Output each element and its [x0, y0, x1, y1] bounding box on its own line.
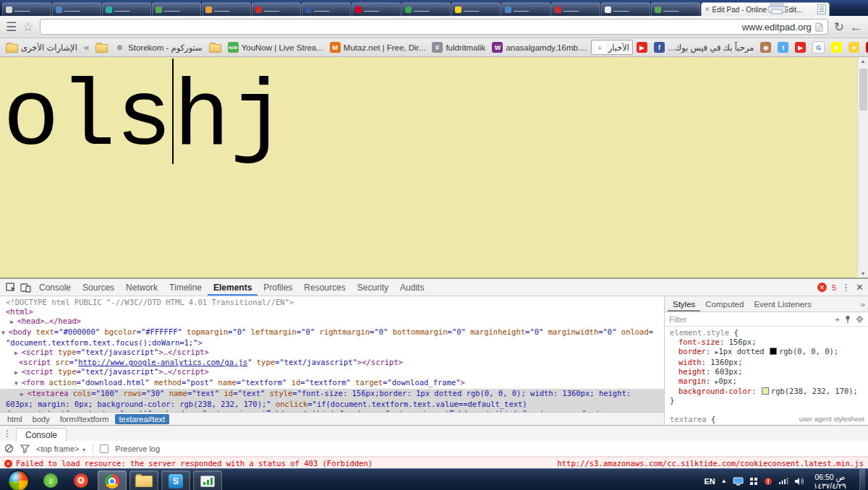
devtools-tab-elements[interactable]: Elements	[208, 280, 258, 296]
style-rule-line[interactable]	[668, 405, 864, 415]
dom-tree-row[interactable]: "document.textform.text.focus();doWarn=1…	[0, 338, 664, 348]
browser-tab[interactable]: ـــــــــ	[501, 2, 550, 16]
scroll-down-icon[interactable]: ▼	[861, 271, 866, 276]
bookmark-snapchat[interactable]: ●	[828, 40, 845, 54]
volume-tray-icon[interactable]	[794, 477, 804, 486]
styles-tab-styles[interactable]: Styles	[668, 298, 700, 311]
styles-tab-event-listeners[interactable]: Event Listeners	[749, 298, 816, 310]
bookmark-google[interactable]: G	[809, 40, 827, 55]
language-indicator[interactable]: EN	[704, 477, 715, 486]
reload-icon[interactable]: ↻	[834, 21, 844, 33]
bookmark-folder[interactable]	[206, 40, 224, 54]
dom-tree-row[interactable]: ▼ <form action="download.html" method="p…	[0, 378, 664, 389]
filter-icon[interactable]	[20, 444, 30, 453]
browser-tab[interactable]: ـــــــــ	[52, 2, 101, 16]
bookmarks-overflow[interactable]: «	[81, 42, 92, 53]
taskbar-app-idm[interactable]: ↓	[37, 470, 64, 490]
clear-console-icon[interactable]	[4, 444, 14, 453]
new-style-rule-icon[interactable]: +	[835, 315, 840, 324]
bookmark-storekom[interactable]: ⚙Storekom - ستوركوم	[111, 40, 205, 54]
breadcrumb-item[interactable]: html	[3, 414, 27, 424]
scrollbar-thumb[interactable]	[859, 69, 867, 111]
error-count[interactable]: 5	[832, 283, 836, 292]
bookmark-youtube[interactable]: ▶	[634, 40, 650, 54]
breadcrumb-item[interactable]: textarea#text	[115, 414, 170, 424]
devtools-tab-audits[interactable]: Audits	[394, 280, 430, 294]
display-tray-icon[interactable]	[733, 477, 744, 486]
device-toolbar-icon[interactable]	[19, 282, 32, 293]
bookmark-mutaz[interactable]: MMutaz.net | Free, Dir...	[327, 40, 429, 54]
bookmark-fuldritmalik[interactable]: Ffuldritmalik	[429, 40, 488, 54]
error-source-link[interactable]: http://s3.amazonaws.com/cc.silktide.com/…	[557, 459, 864, 468]
style-rule-line[interactable]: border: ▶1px dotted rgb(0, 0, 0);	[668, 347, 864, 358]
taskbar-app-media[interactable]	[193, 470, 222, 490]
devtools-menu-icon[interactable]: ⋮	[841, 282, 851, 293]
page-info-icon[interactable]	[815, 22, 823, 32]
devtools-close-icon[interactable]: ✕	[856, 282, 864, 293]
network-tray-icon[interactable]	[778, 477, 788, 485]
browser-tab[interactable]: ـــــــــ	[202, 2, 251, 16]
style-rule-line[interactable]: width: 1360px;	[668, 358, 864, 367]
dom-tree-row[interactable]: 603px; margin: 0px; background-color: rg…	[0, 400, 664, 409]
taskbar-app-shareit[interactable]: S	[161, 470, 190, 490]
devtools-tab-profiles[interactable]: Profiles	[258, 280, 298, 294]
browser-tab[interactable]: ـــــــــ	[352, 2, 401, 16]
dom-tree-row[interactable]: <html>	[0, 307, 664, 317]
other-bookmarks-folder[interactable]: الإشارات الأخرى	[3, 40, 80, 54]
browser-tab[interactable]: ـــــــــ	[401, 2, 451, 16]
breadcrumb-item[interactable]: form#textform	[56, 414, 114, 424]
bookmark-facebook[interactable]: f...مرحباً بك في فيس بوك	[651, 40, 757, 54]
pin-icon[interactable]	[844, 315, 851, 323]
tab-close-icon[interactable]: ✕	[705, 7, 710, 13]
back-icon[interactable]: ←	[850, 21, 862, 33]
devtools-tab-sources[interactable]: Sources	[77, 280, 120, 294]
bookmark-anasalgamdy[interactable]: Wanasalgamdy.16mb....	[489, 40, 590, 54]
taskbar-app-opera[interactable]: O	[67, 470, 95, 490]
bookmark-instagram[interactable]: ◉	[757, 40, 774, 54]
address-bar[interactable]: www.editpad.org	[40, 19, 828, 35]
styles-filter-input[interactable]: Filter	[669, 315, 686, 324]
browser-tab[interactable]: ـــــــــ	[252, 2, 301, 16]
scroll-up-icon[interactable]: ▲	[861, 59, 866, 64]
style-rule-line[interactable]: element.style {	[668, 328, 864, 338]
taskbar-app-explorer[interactable]	[129, 470, 158, 490]
browser-tab[interactable]: ـــــــــ	[102, 2, 151, 16]
preserve-log-checkbox[interactable]	[100, 444, 109, 453]
style-rule-line[interactable]: font-size: 156px;	[668, 338, 864, 347]
dom-tree-row[interactable]: ▶ <script type="text/javascript">…</scri…	[0, 367, 664, 378]
start-button[interactable]	[7, 470, 30, 490]
tray-expand-icon[interactable]: ▲	[721, 478, 727, 484]
devtools-tab-timeline[interactable]: Timeline	[163, 280, 208, 294]
dom-tree-row[interactable]: ▶ <head>…</head>	[0, 317, 664, 327]
inspect-element-icon[interactable]	[4, 282, 17, 293]
page-scrollbar[interactable]: ▲ ▼	[857, 57, 868, 278]
element-state-icon[interactable]	[856, 315, 864, 323]
devtools-tab-security[interactable]: Security	[352, 280, 394, 294]
console-tab[interactable]: Console	[16, 428, 67, 441]
dom-tree-row[interactable]: ▼ <body text="#000000" bgcolor="#FFFFFF"…	[0, 327, 664, 338]
bookmark-younow[interactable]: NOWYouNow | Live Strea...	[225, 40, 326, 54]
browser-tab[interactable]: ـــــــــ	[551, 2, 600, 16]
style-rule-line[interactable]: }	[668, 396, 864, 405]
taskbar-app-chrome[interactable]	[98, 470, 127, 490]
frame-selector[interactable]: <top frame> ▼	[36, 444, 86, 453]
drawer-menu-icon[interactable]: ⋮	[3, 429, 12, 439]
show-desktop-button[interactable]	[859, 469, 865, 490]
styles-tab-computed[interactable]: Computed	[700, 298, 749, 310]
browser-tab[interactable]: ـــــــــ	[651, 2, 700, 16]
error-badge-icon[interactable]: ✕	[817, 283, 827, 292]
clock[interactable]: 06:50 ص ١٤٣٧/٤/٢٩	[809, 473, 851, 490]
devtools-tab-resources[interactable]: Resources	[298, 280, 351, 294]
breadcrumb-item[interactable]: body	[28, 414, 54, 424]
bookmark-alakhbar[interactable]: ≡الأخبار	[591, 40, 633, 55]
dom-tree-row[interactable]: ▶ <script type="text/javascript">…</scri…	[0, 348, 664, 358]
dom-tree-row[interactable]: <script src="http://www.google-analytics…	[0, 358, 664, 367]
dom-tree-row[interactable]: <!DOCTYPE html PUBLIC "-//W3C//DTD HTML …	[0, 298, 664, 307]
browser-tab[interactable]: ـــــــــ	[302, 2, 351, 16]
editpad-textarea[interactable]: olshj	[3, 59, 286, 173]
style-rule-line[interactable]: user agent stylesheettextarea {	[668, 415, 864, 424]
devtools-tab-console[interactable]: Console	[33, 280, 77, 294]
bookmark-snapchat-2[interactable]: ●	[846, 40, 862, 54]
style-rule-line[interactable]: margin: ▶0px;	[668, 377, 864, 387]
styles-tabs-overflow-icon[interactable]: »	[861, 300, 865, 309]
